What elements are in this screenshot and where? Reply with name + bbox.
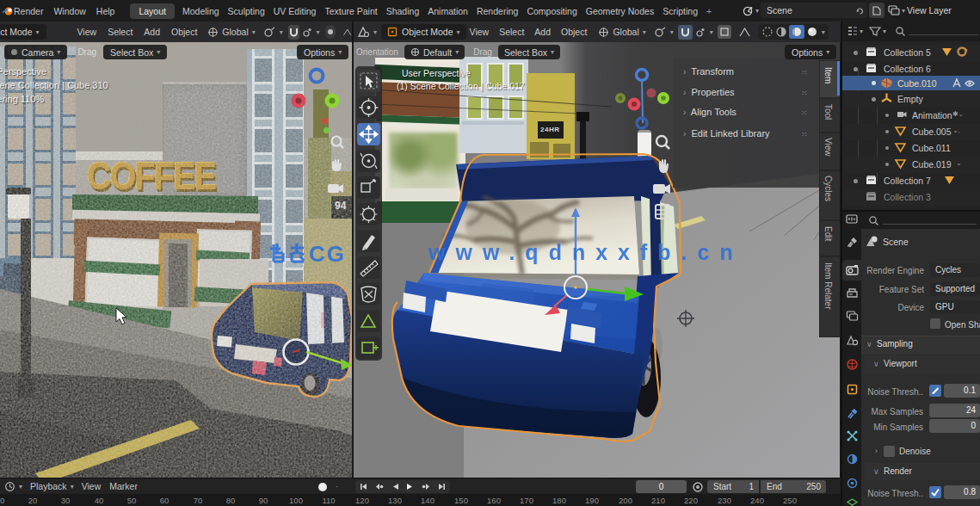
svg-text:CG: CG bbox=[309, 242, 346, 264]
